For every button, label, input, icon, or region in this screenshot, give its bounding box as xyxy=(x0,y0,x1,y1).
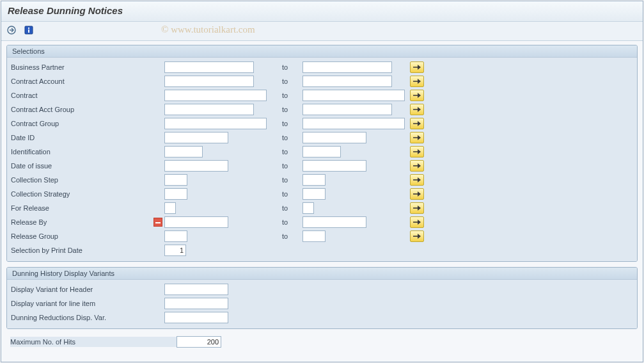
field-label: Contract Account xyxy=(11,76,152,86)
selection-row: Collection Stepto xyxy=(11,173,633,187)
field-label: Dunning Reductions Disp. Var. xyxy=(11,312,152,323)
from-input[interactable] xyxy=(164,90,267,101)
multiple-selection-button[interactable] xyxy=(410,216,424,228)
arrow-right-icon xyxy=(412,219,421,225)
field-label: Collection Strategy xyxy=(11,189,152,199)
to-label: to xyxy=(273,148,302,156)
selection-row: Release Byto xyxy=(11,215,633,229)
page-title: Release Dunning Notices xyxy=(1,1,643,22)
group-header-selections: Selections xyxy=(7,45,637,58)
multiple-selection-button[interactable] xyxy=(410,188,424,200)
to-label: to xyxy=(273,218,302,226)
multiple-selection-button[interactable] xyxy=(410,146,424,157)
selection-row: Contract Acct Groupto xyxy=(11,102,633,117)
group-variants: Dunning History Display Variants Display… xyxy=(6,267,638,329)
variant-input[interactable] xyxy=(164,298,228,309)
field-label: For Release xyxy=(11,203,152,213)
multiple-selection-button[interactable] xyxy=(410,202,424,214)
multiple-selection-button[interactable] xyxy=(410,132,424,143)
multiple-selection-button[interactable] xyxy=(410,230,424,242)
info-button[interactable] xyxy=(22,24,36,36)
selection-row: Release Groupto xyxy=(11,229,633,243)
selection-row: Contract Groupto xyxy=(11,117,633,131)
watermark: © www.tutorialkart.com xyxy=(161,24,255,35)
svg-rect-3 xyxy=(28,28,29,29)
from-input[interactable] xyxy=(164,118,267,129)
execute-button[interactable] xyxy=(5,24,19,36)
to-input[interactable] xyxy=(302,90,405,101)
from-input[interactable] xyxy=(164,104,254,115)
content-area: Selections Business PartnertoContract Ac… xyxy=(1,41,643,352)
variant-input[interactable] xyxy=(164,312,228,323)
selection-row: Date IDto xyxy=(11,131,633,145)
to-input[interactable] xyxy=(302,104,392,115)
field-label: Identification xyxy=(11,147,152,157)
multiple-selection-button[interactable] xyxy=(410,90,424,101)
arrow-right-icon xyxy=(412,191,421,197)
from-input[interactable] xyxy=(164,202,176,214)
to-label: to xyxy=(273,176,302,184)
footer-row: Maximum No. of Hits xyxy=(6,334,638,348)
field-label: Date of issue xyxy=(11,161,152,171)
selection-row: Contract Accountto xyxy=(11,74,633,88)
field-label: Selection by Print Date xyxy=(11,245,152,255)
to-input[interactable] xyxy=(302,202,314,214)
from-input[interactable] xyxy=(164,61,254,73)
svg-marker-28 xyxy=(418,220,421,225)
multiple-selection-button[interactable] xyxy=(410,104,424,115)
multiple-selection-button[interactable] xyxy=(410,76,424,87)
multiple-selection-button[interactable] xyxy=(410,174,424,186)
to-label: to xyxy=(273,106,302,113)
from-input[interactable] xyxy=(164,230,187,242)
selection-row: Contractto xyxy=(11,88,633,102)
arrow-right-icon xyxy=(412,163,421,169)
to-label: to xyxy=(273,134,302,141)
group-header-variants: Dunning History Display Variants xyxy=(7,268,637,280)
arrow-right-icon xyxy=(412,92,421,99)
application-window: Release Dunning Notices © www.tutorialka… xyxy=(1,1,643,362)
variant-row: Dunning Reductions Disp. Var. xyxy=(11,311,633,325)
svg-marker-6 xyxy=(418,65,421,70)
from-input[interactable] xyxy=(164,146,203,157)
max-hits-input[interactable] xyxy=(177,336,221,348)
to-input[interactable] xyxy=(302,216,366,228)
to-input[interactable] xyxy=(302,76,392,87)
to-input[interactable] xyxy=(302,188,326,200)
to-input[interactable] xyxy=(302,132,366,143)
svg-marker-24 xyxy=(418,191,421,197)
arrow-right-icon xyxy=(412,149,421,155)
from-input[interactable] xyxy=(164,174,187,186)
to-input[interactable] xyxy=(302,174,326,186)
arrow-right-icon xyxy=(412,78,421,85)
required-icon xyxy=(153,218,162,227)
to-input[interactable] xyxy=(302,61,392,73)
field-label: Date ID xyxy=(11,133,152,143)
execute-icon xyxy=(7,26,17,35)
group-body-variants: Display Variant for HeaderDisplay varian… xyxy=(7,280,637,328)
info-icon xyxy=(24,26,33,35)
svg-marker-18 xyxy=(418,149,421,154)
to-input[interactable] xyxy=(302,146,341,157)
to-input[interactable] xyxy=(302,118,405,129)
selection-row: Collection Strategyto xyxy=(11,187,633,201)
multiple-selection-button[interactable] xyxy=(410,160,424,172)
variant-input[interactable] xyxy=(164,284,228,295)
field-label: Collection Step xyxy=(11,175,152,185)
svg-marker-10 xyxy=(418,93,421,98)
selection-row: For Releaseto xyxy=(11,201,633,215)
from-input[interactable] xyxy=(164,160,228,172)
svg-rect-4 xyxy=(28,29,29,33)
print-date-input[interactable] xyxy=(164,245,186,256)
to-input[interactable] xyxy=(302,230,326,242)
variant-row: Display Variant for Header xyxy=(11,282,633,296)
multiple-selection-button[interactable] xyxy=(410,118,424,129)
from-input[interactable] xyxy=(164,132,228,143)
from-input[interactable] xyxy=(164,188,187,200)
field-label: Contract xyxy=(11,90,152,101)
svg-marker-14 xyxy=(418,121,421,126)
from-input[interactable] xyxy=(164,76,254,87)
from-input[interactable] xyxy=(164,216,228,228)
to-input[interactable] xyxy=(302,160,366,172)
multiple-selection-button[interactable] xyxy=(410,61,424,73)
to-label: to xyxy=(273,77,302,85)
